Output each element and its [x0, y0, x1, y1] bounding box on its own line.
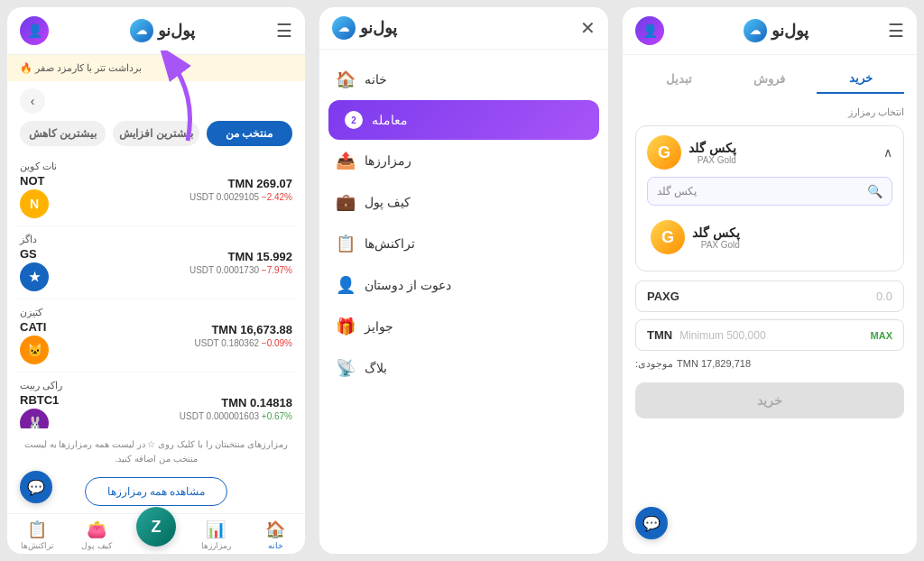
invite-menu-label: دعوت از دوستان — [365, 278, 451, 292]
menu-item-wallet[interactable]: کیف پول 💼 — [319, 181, 608, 223]
balance-value: TMN 17,829,718 — [677, 358, 751, 370]
tab-convert[interactable]: تبدیل — [635, 64, 723, 94]
paxg-value: 0.0 — [876, 290, 892, 303]
tab-sell[interactable]: فروش — [726, 64, 814, 94]
tmn-input-row: MAX Minimum 500,000 TMN — [635, 319, 904, 351]
close-button[interactable]: ✕ — [580, 17, 596, 39]
nav-item-center[interactable]: Z — [126, 520, 186, 550]
buy-button[interactable]: خرید — [635, 382, 904, 418]
wallet-icon: 👛 — [87, 520, 106, 539]
coin-select-header: ∧ پکس گلد PAX Gold G — [647, 135, 892, 170]
coin-price-info: TMN 269.07 USDT 0.0029105 −2.42% — [189, 177, 292, 202]
menu-item-trade[interactable]: معامله 2 — [328, 100, 599, 140]
nav-label-transactions: تراکنش‌ها — [21, 541, 54, 550]
table-row[interactable]: TMN 0.14818 USDT 0.000001603 +0.67% راکی… — [16, 372, 296, 428]
nav-item-wallet[interactable]: 👛 کیف پول — [67, 520, 126, 550]
transactions-icon: 📋 — [27, 520, 47, 539]
right-live-chat-button[interactable]: 💬 — [635, 507, 668, 539]
menu-item-transactions[interactable]: تراکنش‌ها 📋 — [319, 223, 608, 264]
right-hamburger-menu[interactable]: ☰ — [888, 20, 904, 41]
middle-header: پول‌نو ☁ ✕ — [319, 7, 608, 50]
rewards-menu-icon: 🎁 — [336, 317, 356, 336]
coin-gold-icon: G — [647, 135, 681, 170]
left-header: 👤 پول‌نو ☁ ☰ — [7, 7, 305, 55]
dropdown-coin-en: PAX Gold — [692, 240, 740, 250]
menu-item-blog[interactable]: بلاگ 📡 — [319, 347, 608, 389]
show-all-button[interactable]: مشاهده همه رمزارزها — [85, 477, 228, 506]
transactions-menu-icon: 📋 — [336, 234, 356, 253]
middle-panel: پول‌نو ☁ ✕ خانه 🏠 معامله 2 رمزارزها 📤 کی… — [319, 7, 608, 554]
paxg-input-row: 0.0 PAXG — [635, 280, 904, 312]
trade-menu-label: معامله — [372, 113, 408, 127]
selected-coin-card[interactable]: ∧ پکس گلد PAX Gold G 🔍 پکس گلد پکس گلد — [635, 125, 904, 271]
paxg-field-wrapper: 0.0 PAXG — [635, 280, 904, 312]
markets-icon: 📊 — [206, 520, 226, 539]
logo: پول‌نو ☁ — [130, 19, 195, 42]
menu-item-rewards[interactable]: جوایز 🎁 — [319, 306, 608, 347]
nav-label-home: خانه — [268, 541, 283, 550]
tab-top-gain[interactable]: بیشترین افزایش — [113, 121, 199, 146]
collapse-icon[interactable]: ∧ — [883, 145, 892, 160]
dropdown-coin-fa: پکس گلد — [692, 225, 740, 240]
notification-text: برداشت تتر با کارمزد صفر 🔥 — [20, 62, 142, 74]
tab-top-loss[interactable]: بیشترین کاهش — [20, 121, 106, 146]
max-button[interactable]: MAX — [871, 330, 892, 341]
tab-selected[interactable]: منتخب من — [207, 121, 292, 146]
menu-item-invite[interactable]: دعوت از دوستان 👤 — [319, 264, 608, 306]
coin-search-box[interactable]: 🔍 پکس گلد — [647, 177, 892, 206]
coin-price-info: TMN 0.14818 USDT 0.000001603 +0.67% — [180, 396, 292, 421]
right-logo: پول‌نو ☁ — [744, 19, 808, 42]
avatar[interactable]: 👤 — [20, 16, 49, 45]
nav-label-wallet: کیف پول — [81, 541, 112, 550]
coin-icon: N — [20, 189, 49, 218]
right-logo-icon: ☁ — [744, 19, 767, 42]
coin-name-block: داگز GS ★ — [20, 234, 49, 291]
tmn-placeholder: Minimum 500,000 — [679, 329, 765, 342]
nav-item-markets[interactable]: 📊 رمزارزها — [186, 520, 245, 550]
trade-badge: 2 — [345, 111, 363, 129]
logo-icon: ☁ — [130, 19, 153, 42]
coin-name-block: نات کوین NOT N — [20, 161, 57, 218]
home-menu-label: خانه — [365, 72, 387, 87]
coin-icon: ★ — [20, 262, 49, 291]
middle-logo-text: پول‌نو — [360, 18, 397, 38]
left-panel: 👤 پول‌نو ☁ ☰ برداشت تتر با کارمزد صفر 🔥 … — [7, 7, 305, 554]
dropdown-option[interactable]: پکس گلد PAX Gold G — [647, 213, 892, 262]
hamburger-menu[interactable]: ☰ — [276, 20, 292, 41]
tmn-input-content: Minimum 500,000 TMN — [647, 328, 766, 342]
table-row[interactable]: TMN 15.992 USDT 0.0001730 −7.97% داگز GS… — [16, 226, 296, 299]
home-menu-icon: 🏠 — [336, 69, 356, 89]
paxg-label: PAXG — [647, 290, 679, 303]
nav-item-transactions[interactable]: 📋 تراکنش‌ها — [7, 520, 67, 550]
center-button[interactable]: Z — [136, 507, 176, 547]
balance-row: TMN 17,829,718 موجودی: — [635, 358, 904, 370]
right-avatar[interactable]: 👤 — [635, 16, 664, 45]
coin-icon: 🐱 — [20, 336, 49, 364]
right-content: انتخاب رمزارز ∧ پکس گلد PAX Gold G 🔍 پکس… — [623, 99, 917, 426]
menu-item-markets[interactable]: رمزارزها 📤 — [319, 140, 608, 181]
nav-label-markets: رمزارزها — [201, 541, 231, 550]
middle-logo-icon: ☁ — [332, 16, 356, 40]
table-row[interactable]: TMN 269.07 USDT 0.0029105 −2.42% نات کوی… — [16, 153, 296, 226]
tab-buy[interactable]: خرید — [817, 64, 904, 94]
tmn-field-wrapper: MAX Minimum 500,000 TMN — [635, 319, 904, 351]
nav-item-home[interactable]: 🏠 خانه — [245, 520, 305, 550]
dropdown-coin-text: پکس گلد PAX Gold — [692, 225, 740, 250]
notification-bar: برداشت تتر با کارمزد صفر 🔥 — [7, 55, 305, 81]
right-panel: 👤 پول‌نو ☁ ☰ خرید فروش تبدیل انتخاب رمزا… — [623, 7, 917, 554]
wallet-menu-icon: 💼 — [336, 192, 356, 212]
coin-icon: 🐰 — [20, 409, 49, 428]
select-coin-label: انتخاب رمزارز — [635, 106, 904, 118]
blog-menu-icon: 📡 — [336, 358, 356, 378]
markets-menu-label: رمزارزها — [365, 153, 411, 168]
bottom-nav: 📋 تراکنش‌ها 👛 کیف پول Z 📊 رمزارزها 🏠 خان… — [7, 513, 305, 554]
menu-item-home[interactable]: خانه 🏠 — [319, 59, 608, 100]
blog-menu-label: بلاگ — [365, 361, 387, 375]
transactions-menu-label: تراکنش‌ها — [365, 236, 415, 251]
coin-name-fa: پکس گلد — [688, 141, 736, 155]
coin-price-info: TMN 16,673.88 USDT 0.180362 −0.09% — [194, 323, 292, 348]
logo-text: پول‌نو — [158, 21, 195, 41]
back-button[interactable]: ‹ — [20, 88, 45, 114]
live-chat-button[interactable]: 💬 — [20, 471, 52, 503]
table-row[interactable]: TMN 16,673.88 USDT 0.180362 −0.09% کتیزن… — [16, 299, 296, 372]
